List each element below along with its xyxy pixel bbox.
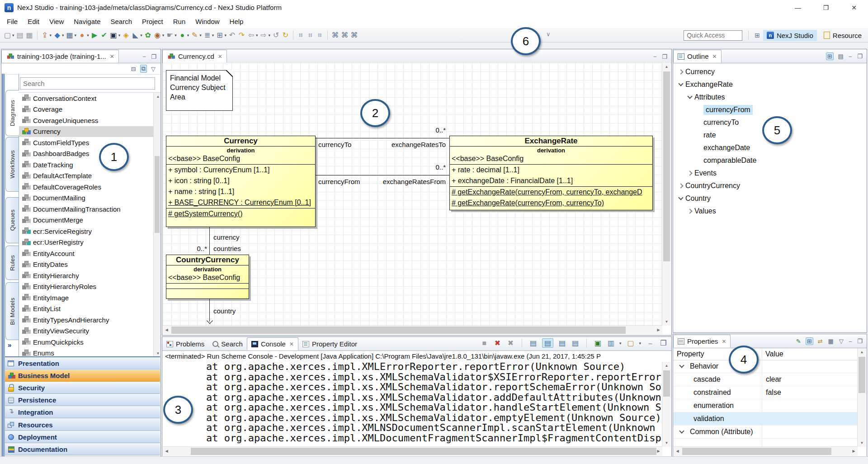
list-scrollbar[interactable]: ▲ ▼ (153, 93, 160, 357)
console-tab-property-editor[interactable]: Property Editor (298, 337, 361, 350)
query-icon[interactable]: ● (178, 31, 187, 39)
scheme-console-icon[interactable]: ▣ (109, 31, 118, 39)
diagram-canvas[interactable]: Financial Model Currency Subject Area Cu… (163, 63, 662, 326)
chevron-right-icon[interactable] (676, 184, 685, 188)
layer-resources[interactable]: Resources (5, 418, 160, 431)
link-with-editor-icon[interactable]: ⧉ (140, 65, 147, 73)
console-output[interactable]: at org.apache.xerces.impl.XMLErrorReport… (163, 362, 662, 447)
editor-vertical-scrollbar[interactable]: ▲ ▼ (662, 63, 671, 326)
layout-a-icon[interactable]: ⌗ (297, 31, 305, 39)
scroll-left-icon[interactable]: ◀ (163, 326, 170, 335)
layout-c-icon[interactable]: ⌗ (316, 31, 324, 39)
uml-class-currency[interactable]: Currencyderivation<<base>> BaseConfig+ s… (166, 136, 316, 227)
display-selected-console-dropdown-icon[interactable]: ▾ (619, 341, 622, 346)
minimize-panel-icon[interactable]: ⎯ (848, 53, 853, 60)
list-item-currency[interactable]: Currency (19, 126, 160, 137)
list-item-enums[interactable]: Enums (19, 348, 160, 358)
open-perspective-icon[interactable]: ⊞ (755, 32, 760, 39)
chevron-right-icon[interactable] (676, 70, 685, 74)
align-c-icon[interactable]: ⌘ (350, 31, 359, 39)
layer-documentation[interactable]: Documentation (5, 443, 160, 455)
outline-item-events[interactable]: Events (674, 167, 866, 180)
close-icon[interactable]: ✕ (712, 53, 717, 60)
list-item-customfieldtypes[interactable]: CustomFieldTypes (19, 137, 160, 148)
pencil-dropdown-icon[interactable]: ▾ (199, 33, 202, 38)
chevron-right-icon[interactable] (685, 209, 694, 213)
menu-search[interactable]: Search (105, 18, 137, 25)
table-view-icon[interactable]: ▤ (837, 53, 844, 60)
scroll-down-icon[interactable]: ▼ (858, 439, 866, 447)
rail-tab-rules[interactable]: Rules (5, 246, 19, 280)
back-dropdown-icon[interactable]: ▾ (256, 33, 258, 38)
outline-item-country[interactable]: Country (674, 192, 866, 205)
scroll-down-icon[interactable]: ▼ (662, 439, 671, 447)
properties-tab[interactable]: Properties ✕ (673, 335, 731, 348)
scheme-console-dropdown-icon[interactable]: ▾ (118, 33, 121, 38)
forward-dropdown-icon[interactable]: ▾ (268, 33, 270, 38)
list-item-ecr-userregistry[interactable]: ecr:UserRegistry (19, 237, 160, 248)
property-row-behavior[interactable]: Behavior (674, 360, 858, 373)
show-stdout-icon[interactable]: ▤ (571, 339, 580, 347)
outline-item-exchangerate[interactable]: ExchangeRate (674, 78, 866, 91)
terminate-icon[interactable]: ■ (480, 339, 489, 347)
save-icon[interactable]: ▤ (16, 31, 24, 39)
scrollbar-thumb[interactable] (682, 448, 831, 455)
chevron-right-icon[interactable] (685, 171, 694, 175)
list-item-documentmailingtransaction[interactable]: DocumentMailingTransaction (19, 204, 160, 215)
outline-item-values[interactable]: Values (674, 205, 866, 218)
sync-icon[interactable]: ⇄ (817, 338, 824, 345)
outline-item-countrycurrency[interactable]: CountryCurrency (674, 180, 866, 192)
restore-default-icon[interactable]: ▦ (827, 338, 835, 345)
uml-attribute[interactable]: + symbol : CurrencyEnum [1..1] (166, 165, 315, 175)
menu-run[interactable]: Run (168, 18, 191, 25)
outline-item-comparabledate[interactable]: comparableDate (674, 154, 866, 167)
association-line[interactable] (316, 138, 449, 138)
console-tab-console[interactable]: Console✕ (247, 337, 298, 350)
minimize-icon[interactable]: ⎯ (646, 339, 655, 347)
close-icon[interactable]: ✕ (218, 53, 222, 60)
layout-b-icon[interactable]: ⌗ (306, 31, 315, 39)
uml-attribute[interactable]: + exchangeDate : FinancialDate [1..1] (450, 175, 652, 186)
outline-item-currency[interactable]: Currency (674, 66, 866, 78)
grab-icon[interactable]: ☛ (165, 31, 174, 39)
perspective-resource[interactable]: Resource (820, 30, 865, 41)
console-horizontal-scrollbar[interactable]: ◀ ▶ (163, 446, 662, 456)
uml-attribute[interactable]: + rate : decimal [1..1] (450, 165, 652, 175)
align-a-icon[interactable]: ⌘ (331, 31, 340, 39)
list-item-ecr-serviceregistry[interactable]: ecr:ServiceRegistry (19, 226, 160, 237)
minimize-window-button[interactable]: — (784, 0, 812, 15)
outline-item-exchangedate[interactable]: exchangeDate (674, 142, 866, 154)
chevron-down-icon[interactable] (676, 84, 685, 85)
undo-icon[interactable]: ↶ (228, 31, 236, 39)
uml-attribute[interactable]: + icon : string [0..1] (166, 175, 315, 186)
scrollbar-thumb[interactable] (155, 156, 160, 233)
layer-presentation[interactable]: Presentation (5, 357, 160, 369)
rail-tab-queues[interactable]: Queues (5, 197, 19, 243)
maximize-panel-icon[interactable]: ❐ (150, 53, 157, 60)
property-row-constrained[interactable]: constrainedfalse (674, 386, 858, 399)
align-b-icon[interactable]: ⌘ (340, 31, 349, 39)
uml-attribute[interactable]: + BASE_CURRENCY : CurrencyEnum [0..1] (166, 197, 315, 208)
tree-view-icon[interactable]: ⊞ (826, 52, 834, 60)
forward-icon[interactable]: ⇨ (259, 31, 268, 39)
redo-icon[interactable]: ↷ (237, 31, 246, 39)
list-item-coverage[interactable]: Coverage (19, 104, 160, 115)
properties-vertical-scrollbar[interactable]: ▲ ▼ (857, 348, 866, 447)
scrollbar-thumb[interactable] (663, 370, 670, 397)
uml-operation[interactable]: # getExchangeRate(currencyFrom, currency… (450, 187, 652, 198)
console-tab-problems[interactable]: Problems (162, 337, 208, 350)
minimize-panel-icon[interactable]: ⎯ (142, 53, 147, 60)
scrollbar-thumb[interactable] (859, 357, 865, 393)
user-tools-icon[interactable]: ● (78, 31, 86, 39)
editor-tab-currency-cd[interactable]: Currency.cd ✕ (162, 50, 227, 63)
value-column-header[interactable]: Value (762, 350, 783, 358)
steps-icon[interactable]: ≣ (203, 31, 212, 39)
property-row-cascade[interactable]: cascadeclear (674, 373, 858, 386)
scroll-up-icon[interactable]: ▲ (154, 93, 160, 100)
close-icon[interactable]: ✕ (289, 341, 294, 347)
steps-dropdown-icon[interactable]: ▾ (212, 33, 214, 38)
uml-class-countrycurrency[interactable]: CountryCurrencyderivation<<base>> BaseCo… (166, 255, 249, 299)
grab-dropdown-icon[interactable]: ▾ (175, 33, 177, 38)
column-divider[interactable] (762, 348, 762, 360)
minimize-panel-icon[interactable]: ⎯ (653, 53, 658, 60)
